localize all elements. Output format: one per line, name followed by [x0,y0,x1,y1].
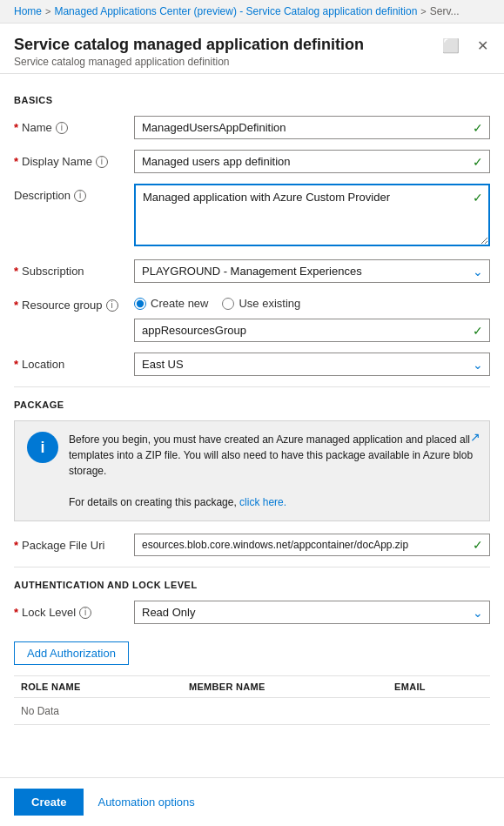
description-check-icon: ✓ [473,191,483,205]
name-input-wrap: ✓ [134,116,490,139]
resource-group-row: * Resource group i Create new Use existi… [14,293,490,312]
role-name-column-header: ROLE NAME [14,676,182,698]
info-box-text-1: Before you begin, you must have created … [69,433,473,477]
subscription-required: * [14,265,18,278]
package-uri-label: * Package File Uri [14,534,127,552]
package-uri-input[interactable] [134,534,490,556]
resize-button[interactable]: ⬜ [437,36,465,56]
breadcrumb-managed-apps[interactable]: Managed Applications Center (preview) - … [54,5,417,17]
info-box-link[interactable]: click here. [239,496,286,508]
package-info-box: i Before you begin, you must have create… [14,420,490,521]
resource-group-required: * [14,299,18,312]
display-name-input[interactable] [134,150,490,173]
name-required: * [14,121,18,134]
location-row: * Location East US ⌄ [14,353,490,376]
location-select[interactable]: East US [134,353,490,376]
create-new-option[interactable]: Create new [134,297,208,310]
description-label: Description i [14,184,127,202]
location-select-wrap: East US ⌄ [134,353,490,376]
main-content: BASICS * Name i ✓ * Display Name i ✓ Des… [0,74,504,777]
display-name-required: * [14,155,18,168]
name-label: * Name i [14,116,127,134]
location-required: * [14,358,18,371]
create-new-label: Create new [151,297,208,310]
display-name-info-icon[interactable]: i [96,156,108,168]
close-button[interactable]: ✕ [472,36,494,56]
name-input[interactable] [134,116,490,139]
description-textarea[interactable]: Managed application with Azure Custom Pr… [134,184,490,246]
use-existing-label: Use existing [239,297,300,310]
page-header: Service catalog managed application defi… [0,24,504,74]
package-section-header: PACKAGE [14,400,490,410]
use-existing-option[interactable]: Use existing [222,297,300,310]
resource-group-info-icon[interactable]: i [106,299,118,312]
no-data-cell: No Data [14,698,490,725]
resource-group-input[interactable] [134,319,490,342]
package-uri-row: * Package File Uri ✓ [14,534,490,556]
info-box-icon: i [27,432,58,463]
info-box-text: Before you begin, you must have created … [69,432,477,510]
name-row: * Name i ✓ [14,116,490,139]
display-name-input-wrap: ✓ [134,150,490,173]
rg-check-icon: ✓ [473,324,483,338]
description-row: Description i Managed application with A… [14,184,490,249]
breadcrumb-home[interactable]: Home [14,5,42,17]
breadcrumb-sep-2: > [420,6,426,17]
lock-level-label: * Lock Level i [14,601,127,619]
resource-group-input-row: ✓ [14,319,490,342]
display-name-label: * Display Name i [14,150,127,168]
package-divider [14,386,490,387]
info-box-text-2-prefix: For details on creating this package, [69,496,239,508]
page-subtitle: Service catalog managed application defi… [14,56,490,68]
basics-section-header: BASICS [14,95,490,105]
description-info-icon[interactable]: i [74,190,86,202]
lock-level-required: * [14,606,18,619]
external-link-icon[interactable]: ↗ [470,430,480,444]
table-row-no-data: No Data [14,698,490,725]
package-uri-input-wrap: ✓ [134,534,490,556]
description-textarea-wrap: Managed application with Azure Custom Pr… [134,184,490,249]
name-check-icon: ✓ [473,121,483,135]
subscription-label: * Subscription [14,259,127,278]
rg-input-wrap: ✓ [134,319,490,342]
lock-level-info-icon[interactable]: i [79,607,91,619]
lock-level-row: * Lock Level i None CanNotDelete Read On… [14,601,490,624]
use-existing-radio[interactable] [222,298,234,310]
create-new-radio[interactable] [134,298,146,310]
auth-table: ROLE NAME MEMBER NAME EMAIL No Data [14,675,490,725]
header-actions: ⬜ ✕ [437,36,494,56]
subscription-select[interactable]: PLAYGROUND - Management Experiences [134,259,490,283]
lock-level-select[interactable]: None CanNotDelete Read Only [134,601,490,624]
subscription-select-wrap: PLAYGROUND - Management Experiences ⌄ [134,259,490,283]
footer: Create Automation options [0,777,504,826]
resource-group-radio-group: Create new Use existing [134,293,300,310]
auth-lock-section-header: AUTHENTICATION AND LOCK LEVEL [14,580,490,590]
name-info-icon[interactable]: i [56,122,68,134]
location-label: * Location [14,353,127,371]
auth-table-header: ROLE NAME MEMBER NAME EMAIL [14,676,490,698]
breadcrumb-current: Serv... [430,5,460,17]
auth-divider [14,567,490,567]
display-name-row: * Display Name i ✓ [14,150,490,173]
lock-level-select-wrap: None CanNotDelete Read Only ⌄ [134,601,490,624]
subscription-row: * Subscription PLAYGROUND - Management E… [14,259,490,283]
page-title: Service catalog managed application defi… [14,36,490,54]
package-uri-required: * [14,539,18,552]
add-authorization-button[interactable]: Add Authorization [14,641,129,665]
create-button[interactable]: Create [14,789,84,816]
breadcrumb-sep-1: > [45,6,50,17]
auth-table-body: No Data [14,698,490,725]
display-name-check-icon: ✓ [473,155,483,169]
email-column-header: EMAIL [387,676,490,698]
breadcrumb: Home > Managed Applications Center (prev… [0,0,504,24]
footer-spacer [14,725,490,777]
package-uri-check-icon: ✓ [473,538,483,552]
member-name-column-header: MEMBER NAME [182,676,387,698]
resource-group-label: * Resource group i [14,293,127,312]
automation-options-button[interactable]: Automation options [97,796,194,809]
